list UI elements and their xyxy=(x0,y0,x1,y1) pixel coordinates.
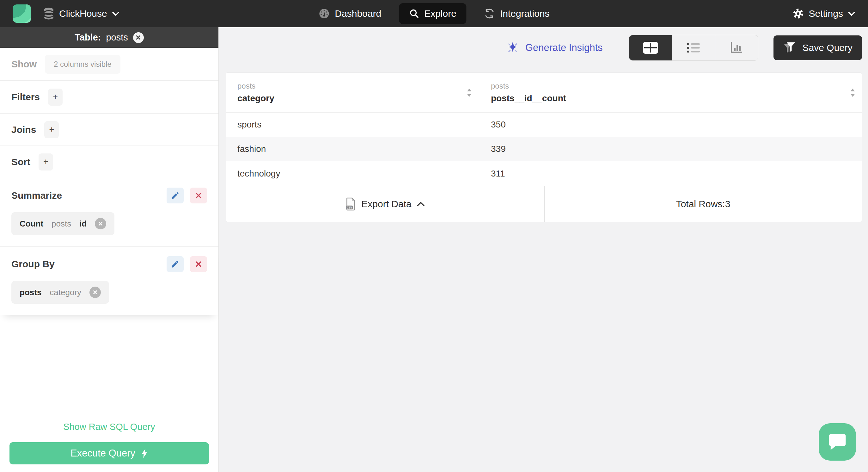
chat-icon xyxy=(827,433,847,451)
chip-aggregate: Count xyxy=(20,219,43,229)
table-name: posts xyxy=(106,32,128,43)
edit-group-by-button[interactable] xyxy=(166,256,184,272)
chevron-down-icon xyxy=(848,11,855,16)
nav-label: Integrations xyxy=(500,8,550,19)
chip-table: posts xyxy=(52,219,71,229)
x-icon xyxy=(195,261,202,268)
column-header-category[interactable]: posts category xyxy=(226,82,491,104)
export-data-button[interactable]: CSV Export Data xyxy=(226,186,545,222)
table-label-prefix: Table: xyxy=(74,32,101,43)
generate-insights-button[interactable]: Generate Insights xyxy=(506,41,603,55)
remove-summarize-button[interactable] xyxy=(190,187,207,203)
table-view-icon xyxy=(643,41,658,54)
settings-label: Settings xyxy=(809,8,843,19)
table-row: sports 350 xyxy=(226,113,862,137)
list-view-icon xyxy=(687,42,701,54)
cell-count: 350 xyxy=(491,120,862,130)
table-header-row: posts category posts posts__id__count xyxy=(226,73,862,113)
gear-icon xyxy=(792,8,804,20)
nav-item-integrations[interactable]: Integrations xyxy=(481,3,553,24)
chevron-up-icon xyxy=(416,202,425,207)
chevron-down-icon xyxy=(112,11,120,16)
view-mode-table[interactable] xyxy=(629,35,672,60)
show-label: Show xyxy=(11,59,37,69)
add-join-button[interactable]: + xyxy=(44,121,59,138)
sidebar-footer: Show Raw SQL Query Execute Query xyxy=(9,422,209,464)
table-header-bar: Table: posts xyxy=(0,27,218,48)
x-icon xyxy=(195,192,202,199)
filters-label: Filters xyxy=(11,92,40,102)
close-table-button[interactable] xyxy=(133,32,144,43)
summarize-chip: Count posts id xyxy=(11,212,115,235)
table-row: technology 311 xyxy=(226,161,862,186)
cell-category: fashion xyxy=(226,144,491,154)
funnel-icon xyxy=(783,41,797,54)
chat-widget-button[interactable] xyxy=(819,423,856,461)
close-icon xyxy=(136,35,141,40)
sort-label: Sort xyxy=(11,156,30,167)
close-icon xyxy=(98,222,103,226)
results-table: posts category posts posts__id__count xyxy=(226,72,862,222)
app-root: ClickHouse xyxy=(0,0,868,472)
nav-label: Dashboard xyxy=(335,8,381,19)
column-group-label: posts xyxy=(491,82,566,90)
pencil-icon xyxy=(171,260,180,269)
datasource-selector[interactable]: ClickHouse xyxy=(43,7,120,20)
add-filter-button[interactable]: + xyxy=(48,89,63,106)
chip-column: category xyxy=(50,288,81,297)
cell-count: 311 xyxy=(491,169,862,179)
view-mode-chart[interactable] xyxy=(715,35,758,60)
column-name-label: posts__id__count xyxy=(491,93,566,104)
summarize-section: Summarize Count posts xyxy=(0,178,218,247)
remove-group-by-button[interactable] xyxy=(190,256,207,272)
columns-visible-button[interactable]: 2 columns visible xyxy=(45,55,120,74)
nav-label: Explore xyxy=(424,8,457,19)
column-name-label: category xyxy=(238,93,274,104)
joins-section: Joins + xyxy=(0,114,218,146)
primary-nav: Dashboard Explore Integr xyxy=(315,0,553,27)
generate-insights-label: Generate Insights xyxy=(525,42,603,54)
edit-summarize-button[interactable] xyxy=(166,187,184,203)
export-data-label: Export Data xyxy=(361,199,411,209)
remove-chip-button[interactable] xyxy=(95,218,106,229)
group-by-chip: posts category xyxy=(11,281,109,304)
execute-query-button[interactable]: Execute Query xyxy=(9,442,209,464)
top-nav: ClickHouse xyxy=(0,0,868,27)
sort-icon[interactable] xyxy=(850,88,855,97)
sort-icon[interactable] xyxy=(467,88,472,97)
csv-file-icon: CSV xyxy=(345,198,356,211)
chip-column: id xyxy=(79,219,87,229)
column-header-count[interactable]: posts posts__id__count xyxy=(491,82,862,104)
group-by-title: Group By xyxy=(11,259,55,269)
show-section: Show 2 columns visible xyxy=(0,48,218,81)
show-raw-sql-link[interactable]: Show Raw SQL Query xyxy=(63,422,155,432)
remove-chip-button[interactable] xyxy=(89,287,101,298)
execute-query-label: Execute Query xyxy=(70,448,135,459)
gauge-icon xyxy=(318,8,330,19)
sync-icon xyxy=(484,8,495,19)
nav-item-dashboard[interactable]: Dashboard xyxy=(315,3,384,24)
view-mode-list[interactable] xyxy=(672,35,715,60)
settings-menu[interactable]: Settings xyxy=(792,8,855,20)
group-by-section: Group By posts category xyxy=(0,247,218,315)
total-rows-label: Total Rows:3 xyxy=(545,186,862,222)
joins-label: Joins xyxy=(11,124,36,135)
query-builder-sidebar: Table: posts Show 2 columns visible Filt… xyxy=(0,27,219,472)
nav-item-explore[interactable]: Explore xyxy=(399,3,467,24)
cell-count: 339 xyxy=(491,144,862,154)
save-query-label: Save Query xyxy=(803,42,852,53)
sort-section: Sort + xyxy=(0,146,218,178)
database-icon xyxy=(43,7,54,20)
results-toolbar: Generate Insights xyxy=(219,35,862,61)
chip-table: posts xyxy=(20,288,41,297)
chart-view-icon xyxy=(730,42,743,54)
save-query-button[interactable]: Save Query xyxy=(774,35,862,60)
brand-area: ClickHouse xyxy=(13,4,120,23)
lightning-icon xyxy=(141,449,148,458)
sparkle-icon xyxy=(506,41,520,55)
results-area: Generate Insights xyxy=(219,27,868,472)
app-logo[interactable] xyxy=(13,4,31,23)
column-group-label: posts xyxy=(238,82,274,90)
add-sort-button[interactable]: + xyxy=(38,153,53,171)
cell-category: technology xyxy=(226,169,491,179)
